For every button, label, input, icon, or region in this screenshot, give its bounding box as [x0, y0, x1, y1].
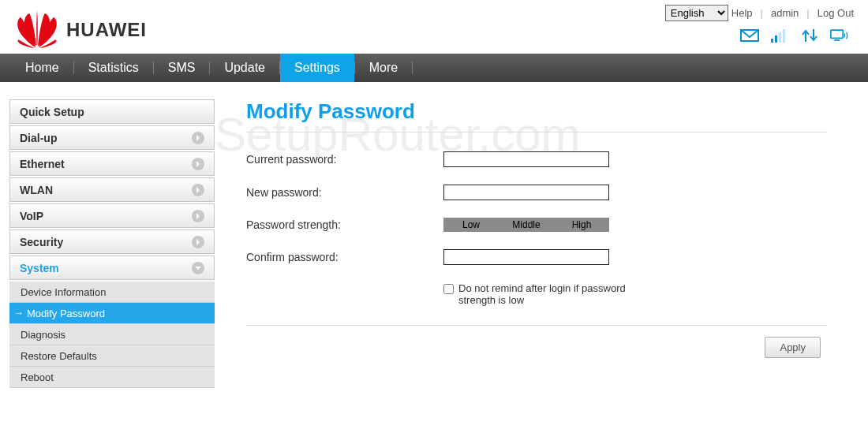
no-remind-checkbox[interactable]: [443, 284, 454, 294]
strength-indicator: Low Middle High: [443, 218, 609, 232]
sub-modify-password[interactable]: Modify Password: [9, 303, 215, 324]
chevron-right-icon: [192, 210, 204, 222]
user-label: admin: [771, 7, 799, 19]
svg-rect-6: [834, 39, 840, 41]
language-select[interactable]: English: [665, 5, 728, 21]
chevron-down-icon: [192, 262, 204, 274]
sidebar-item-system[interactable]: System: [9, 256, 215, 280]
sub-device-information[interactable]: Device Information: [9, 282, 215, 303]
sidebar-item-wlan[interactable]: WLAN: [9, 177, 215, 202]
main-nav: Home Statistics SMS Update Settings More: [0, 54, 868, 82]
svg-rect-1: [771, 39, 773, 43]
confirm-password-label: Confirm password:: [246, 251, 443, 263]
chevron-right-icon: [192, 132, 204, 144]
svg-rect-5: [831, 30, 843, 38]
no-remind-label: Do not remind after login if password st…: [458, 282, 641, 306]
svg-rect-3: [779, 32, 781, 43]
divider: [246, 325, 827, 326]
new-password-label: New password:: [246, 186, 443, 199]
logo-area: HUAWEI: [14, 5, 147, 49]
separator: |: [806, 7, 809, 19]
system-subitems: Device Information Modify Password Diagn…: [9, 282, 215, 388]
sub-reboot[interactable]: Reboot: [9, 367, 215, 388]
nav-settings[interactable]: Settings: [280, 54, 354, 82]
chevron-right-icon: [192, 236, 204, 248]
nav-more[interactable]: More: [355, 54, 412, 82]
sidebar-item-security[interactable]: Security: [9, 229, 215, 254]
sidebar-item-quick-setup[interactable]: Quick Setup: [9, 99, 215, 124]
separator: |: [761, 7, 763, 19]
huawei-logo-icon: [14, 11, 60, 49]
strength-label: Password strength:: [246, 218, 443, 231]
sidebar-item-voip[interactable]: VoIP: [9, 203, 215, 228]
svg-rect-4: [783, 29, 785, 43]
nav-sms[interactable]: SMS: [154, 54, 210, 82]
top-links: English Help | admin | Log Out: [665, 5, 854, 21]
sidebar-item-dialup[interactable]: Dial-up: [9, 125, 215, 150]
current-password-label: Current password:: [246, 153, 443, 166]
strength-high: High: [554, 218, 609, 232]
sidebar: Quick Setup Dial-up Ethernet WLAN VoIP S…: [9, 99, 215, 388]
content: SetupRouter.com Modify Password Current …: [215, 99, 859, 388]
nav-statistics[interactable]: Statistics: [74, 54, 153, 82]
top-right: English Help | admin | Log Out: [665, 5, 854, 43]
nav-update[interactable]: Update: [210, 54, 279, 82]
brand-text: HUAWEI: [66, 19, 147, 41]
strength-middle: Middle: [499, 218, 554, 232]
help-link[interactable]: Help: [731, 7, 753, 19]
page-title: Modify Password: [246, 99, 827, 132]
password-form: Current password: New password: Password…: [246, 151, 827, 358]
strength-low: Low: [443, 218, 499, 232]
nav-home[interactable]: Home: [11, 54, 73, 82]
monitor-wifi-icon: [830, 28, 849, 43]
logout-link[interactable]: Log Out: [817, 7, 854, 19]
confirm-password-input[interactable]: [443, 249, 609, 265]
sidebar-item-ethernet[interactable]: Ethernet: [9, 151, 215, 176]
header: HUAWEI English Help | admin | Log Out: [0, 0, 868, 49]
current-password-input[interactable]: [443, 151, 609, 167]
sub-diagnosis[interactable]: Diagnosis: [9, 324, 215, 345]
apply-button[interactable]: Apply: [765, 337, 821, 358]
sub-restore-defaults[interactable]: Restore Defaults: [9, 345, 215, 367]
chevron-right-icon: [192, 158, 204, 170]
status-icons: [740, 28, 854, 43]
updown-icon: [800, 28, 819, 43]
signal-icon: [770, 28, 789, 43]
chevron-right-icon: [192, 184, 204, 196]
mail-icon[interactable]: [740, 28, 759, 43]
svg-rect-2: [775, 35, 777, 43]
new-password-input[interactable]: [443, 185, 609, 200]
body: Quick Setup Dial-up Ethernet WLAN VoIP S…: [0, 82, 868, 405]
